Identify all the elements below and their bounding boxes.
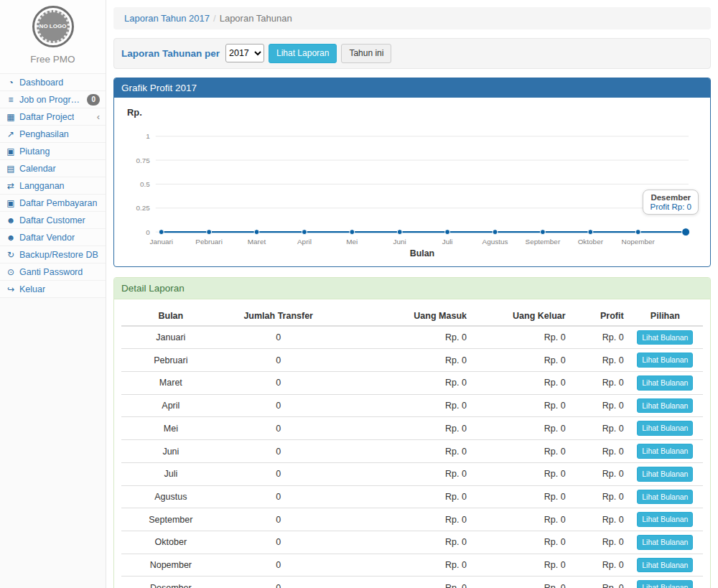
sidebar-item-label: Daftar Project: [19, 112, 74, 122]
cell-jumlah-transfer: 0: [220, 394, 337, 417]
cell-jumlah-transfer: 0: [220, 372, 337, 395]
table-row: April 0 Rp. 0 Rp. 0 Rp. 0 Lihat Bulanan: [121, 394, 703, 417]
chart-point-nopember[interactable]: [635, 229, 640, 234]
col-pilihan: Pilihan: [628, 307, 703, 326]
sidebar-item-daftar-project[interactable]: ▦ Daftar Project ‹: [0, 108, 106, 126]
cell-uang-masuk: Rp. 0: [337, 326, 470, 349]
year-select[interactable]: 2017: [225, 44, 264, 62]
cell-bulan: Maret: [121, 372, 220, 395]
lihat-bulanan-button[interactable]: Lihat Bulanan: [637, 353, 693, 368]
sidebar-item-label: Daftar Vendor: [19, 233, 75, 243]
chart-point-juni[interactable]: [397, 229, 402, 234]
chart-point-januari[interactable]: [159, 229, 164, 234]
lihat-bulanan-button[interactable]: Lihat Bulanan: [637, 398, 693, 414]
svg-text:0.75: 0.75: [136, 156, 150, 164]
breadcrumb-current: Laporan Tahunan: [220, 13, 292, 24]
cell-uang-masuk: Rp. 0: [337, 349, 470, 372]
table-row: September 0 Rp. 0 Rp. 0 Rp. 0 Lihat Bula…: [121, 508, 703, 531]
svg-text:Maret: Maret: [248, 238, 266, 246]
sidebar-item-backup-restore-db[interactable]: ↻ Backup/Restore DB: [0, 246, 106, 263]
chart-point-maret[interactable]: [254, 229, 259, 234]
sidebar-item-label: Piutang: [19, 146, 50, 157]
chart-point-juli[interactable]: [445, 229, 450, 234]
lihat-bulanan-button[interactable]: Lihat Bulanan: [637, 490, 693, 505]
chart-point-desember[interactable]: [682, 228, 690, 235]
sidebar-item-ganti-password[interactable]: ⊙ Ganti Password: [0, 263, 106, 281]
cell-uang-masuk: Rp. 0: [337, 394, 470, 417]
svg-text:Pebruari: Pebruari: [195, 238, 223, 246]
cell-uang-masuk: Rp. 0: [337, 531, 470, 554]
cell-uang-keluar: Rp. 0: [470, 417, 569, 440]
cell-uang-keluar: Rp. 0: [470, 485, 569, 508]
sidebar-item-label: Penghasilan: [19, 129, 69, 139]
lihat-bulanan-button[interactable]: Lihat Bulanan: [637, 330, 693, 345]
cell-bulan: Agustus: [121, 485, 220, 508]
sidebar-item-label: Job on Progress: [19, 95, 83, 105]
sidebar-item-daftar-pembayaran[interactable]: ▣ Daftar Pembayaran: [0, 195, 106, 212]
table-row: Juli 0 Rp. 0 Rp. 0 Rp. 0 Lihat Bulanan: [121, 462, 703, 485]
sign-out-icon: ↪: [6, 284, 16, 294]
cell-bulan: Juli: [121, 462, 220, 485]
table-row: Mei 0 Rp. 0 Rp. 0 Rp. 0 Lihat Bulanan: [121, 417, 703, 440]
lihat-bulanan-button[interactable]: Lihat Bulanan: [637, 467, 693, 482]
col-uang-masuk: Uang Masuk: [337, 307, 470, 326]
svg-text:0.5: 0.5: [140, 180, 150, 188]
report-table: Bulan Jumlah Transfer Uang Masuk Uang Ke…: [121, 307, 703, 588]
sidebar-item-label: Dashboard: [19, 78, 63, 88]
chart-point-april[interactable]: [302, 229, 307, 234]
lihat-bulanan-button[interactable]: Lihat Bulanan: [637, 535, 693, 550]
detail-panel-body: Bulan Jumlah Transfer Uang Masuk Uang Ke…: [114, 299, 710, 588]
svg-text:Juni: Juni: [393, 238, 406, 246]
sidebar-item-langganan[interactable]: ⇄ Langganan: [0, 177, 106, 195]
lihat-laporan-button[interactable]: Lihat Laporan: [269, 44, 337, 63]
col-profit: Profit: [569, 307, 628, 326]
cell-uang-masuk: Rp. 0: [337, 440, 470, 463]
cell-jumlah-transfer: 0: [220, 440, 337, 463]
sidebar-item-daftar-vendor[interactable]: ☻ Daftar Vendor: [0, 229, 106, 246]
svg-text:Oktober: Oktober: [578, 238, 604, 246]
sidebar-menu: ◔ Dashboard ≡ Job on Progress 0 ▦ Daftar…: [0, 74, 106, 298]
brand-name: Free PMO: [0, 54, 106, 65]
sidebar-item-dashboard[interactable]: ◔ Dashboard: [0, 74, 106, 91]
filter-label: Laporan Tahunan per: [121, 48, 220, 59]
cell-profit: Rp. 0: [569, 417, 628, 440]
svg-text:0.25: 0.25: [136, 204, 150, 212]
breadcrumb: Laporan Tahun 2017/Laporan Tahunan: [113, 7, 711, 29]
sidebar-item-penghasilan[interactable]: ↗ Penghasilan: [0, 126, 106, 143]
sidebar-item-label: Keluar: [19, 284, 45, 294]
lihat-bulanan-button[interactable]: Lihat Bulanan: [637, 421, 693, 436]
chart-point-mei[interactable]: [350, 229, 355, 234]
lihat-bulanan-button[interactable]: Lihat Bulanan: [637, 512, 693, 527]
tooltip-value: Profit Rp: 0: [650, 202, 691, 211]
cell-profit: Rp. 0: [569, 372, 628, 395]
cell-uang-masuk: Rp. 0: [337, 554, 470, 577]
svg-text:Juli: Juli: [442, 238, 453, 246]
lihat-bulanan-button[interactable]: Lihat Bulanan: [637, 580, 693, 588]
cell-bulan: April: [121, 394, 220, 417]
sidebar-item-job-on-progress[interactable]: ≡ Job on Progress 0: [0, 91, 106, 108]
sidebar-item-keluar[interactable]: ↪ Keluar: [0, 281, 106, 298]
lihat-bulanan-button[interactable]: Lihat Bulanan: [637, 444, 693, 459]
sidebar-item-label: Ganti Password: [19, 267, 83, 277]
svg-text:Mei: Mei: [346, 238, 358, 246]
cell-jumlah-transfer: 0: [220, 577, 337, 588]
lihat-bulanan-button[interactable]: Lihat Bulanan: [637, 558, 693, 573]
table-row: Januari 0 Rp. 0 Rp. 0 Rp. 0 Lihat Bulana…: [121, 326, 703, 349]
lihat-bulanan-button[interactable]: Lihat Bulanan: [637, 375, 693, 391]
cell-bulan: Nopember: [121, 554, 220, 577]
retweet-icon: ⇄: [6, 181, 16, 191]
tahun-ini-button[interactable]: Tahun ini: [341, 44, 391, 63]
chart-point-september[interactable]: [540, 229, 545, 234]
sidebar-item-daftar-customer[interactable]: ☻ Daftar Customer: [0, 212, 106, 229]
cell-uang-keluar: Rp. 0: [470, 372, 569, 395]
chart-panel-title: Grafik Profit 2017: [114, 78, 710, 98]
cell-uang-masuk: Rp. 0: [337, 462, 470, 485]
cell-uang-keluar: Rp. 0: [470, 554, 569, 577]
chart-point-oktober[interactable]: [588, 229, 593, 234]
chart-point-pebruari[interactable]: [207, 229, 212, 234]
sidebar-item-piutang[interactable]: ▣ Piutang: [0, 143, 106, 160]
sidebar-item-calendar[interactable]: ▤ Calendar: [0, 160, 106, 177]
breadcrumb-link-laporan-tahun[interactable]: Laporan Tahun 2017: [124, 13, 210, 24]
tasks-icon: ≡: [6, 95, 16, 105]
chart-point-agustus[interactable]: [493, 229, 498, 234]
